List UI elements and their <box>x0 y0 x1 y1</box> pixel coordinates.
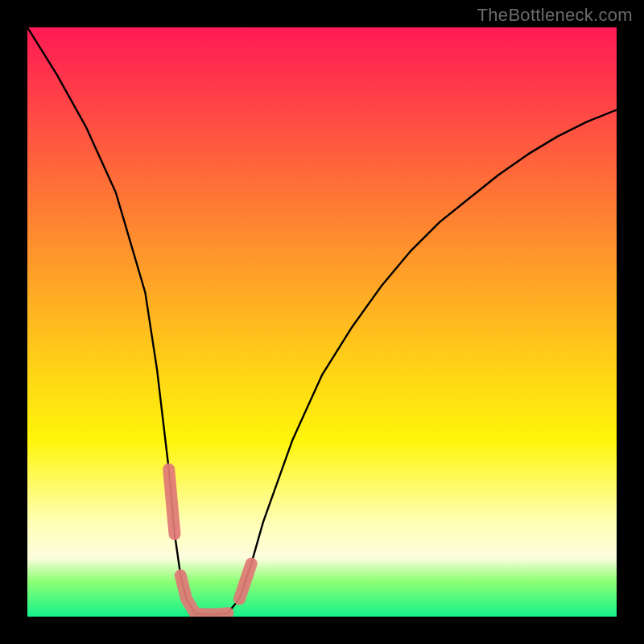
chart-svg <box>27 27 617 617</box>
chart-plot-area <box>27 27 617 617</box>
bottleneck-curve <box>27 27 617 614</box>
watermark-text: TheBottleneck.com <box>477 5 633 26</box>
highlight-markers <box>169 469 252 614</box>
chart-frame: TheBottleneck.com <box>0 0 644 644</box>
